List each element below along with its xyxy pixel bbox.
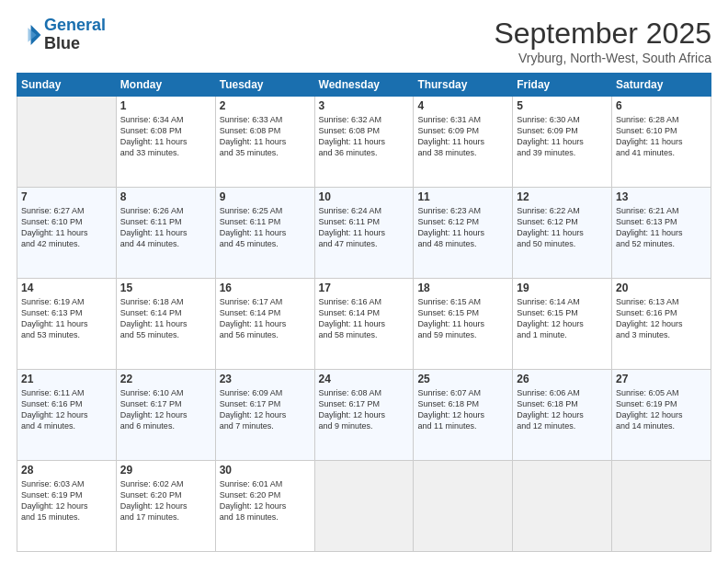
weekday-header-row: SundayMondayTuesdayWednesdayThursdayFrid… <box>17 74 711 97</box>
calendar-cell: 18Sunrise: 6:15 AM Sunset: 6:15 PM Dayli… <box>414 279 513 370</box>
calendar-cell: 27Sunrise: 6:05 AM Sunset: 6:19 PM Dayli… <box>612 370 711 461</box>
calendar-cell: 13Sunrise: 6:21 AM Sunset: 6:13 PM Dayli… <box>612 188 711 279</box>
calendar-cell: 22Sunrise: 6:10 AM Sunset: 6:17 PM Dayli… <box>116 370 215 461</box>
day-number: 25 <box>417 373 508 385</box>
day-info: Sunrise: 6:34 AM Sunset: 6:08 PM Dayligh… <box>120 114 211 159</box>
day-info: Sunrise: 6:11 AM Sunset: 6:16 PM Dayligh… <box>21 387 112 432</box>
weekday-header-wednesday: Wednesday <box>314 74 414 97</box>
day-number: 2 <box>220 99 311 112</box>
calendar-cell <box>314 461 414 552</box>
calendar-cell: 24Sunrise: 6:08 AM Sunset: 6:17 PM Dayli… <box>314 370 414 461</box>
day-number: 24 <box>319 373 410 385</box>
day-number: 21 <box>21 373 112 385</box>
day-number: 29 <box>120 464 211 477</box>
day-info: Sunrise: 6:18 AM Sunset: 6:14 PM Dayligh… <box>120 296 211 341</box>
day-number: 19 <box>517 282 608 294</box>
header: General Blue September 2025 Vryburg, Nor… <box>17 17 711 65</box>
day-number: 13 <box>616 190 707 203</box>
calendar-cell: 4Sunrise: 6:31 AM Sunset: 6:09 PM Daylig… <box>414 97 513 188</box>
day-number: 14 <box>21 282 112 294</box>
day-info: Sunrise: 6:08 AM Sunset: 6:17 PM Dayligh… <box>319 387 410 432</box>
day-number: 15 <box>120 282 211 294</box>
day-number: 4 <box>417 99 508 112</box>
day-info: Sunrise: 6:13 AM Sunset: 6:16 PM Dayligh… <box>616 296 707 341</box>
day-number: 17 <box>319 282 410 294</box>
day-info: Sunrise: 6:05 AM Sunset: 6:19 PM Dayligh… <box>616 387 707 432</box>
day-number: 20 <box>616 282 707 294</box>
day-number: 10 <box>319 190 410 203</box>
day-number: 28 <box>21 464 112 477</box>
calendar-cell <box>612 461 711 552</box>
day-info: Sunrise: 6:14 AM Sunset: 6:15 PM Dayligh… <box>517 296 608 341</box>
day-info: Sunrise: 6:03 AM Sunset: 6:19 PM Dayligh… <box>21 478 112 523</box>
week-row-1: 1Sunrise: 6:34 AM Sunset: 6:08 PM Daylig… <box>17 97 711 188</box>
day-info: Sunrise: 6:19 AM Sunset: 6:13 PM Dayligh… <box>21 296 112 341</box>
day-info: Sunrise: 6:23 AM Sunset: 6:12 PM Dayligh… <box>417 205 508 250</box>
day-number: 23 <box>220 373 311 385</box>
week-row-2: 7Sunrise: 6:27 AM Sunset: 6:10 PM Daylig… <box>17 188 711 279</box>
day-info: Sunrise: 6:16 AM Sunset: 6:14 PM Dayligh… <box>319 296 410 341</box>
calendar-cell: 10Sunrise: 6:24 AM Sunset: 6:11 PM Dayli… <box>314 188 414 279</box>
day-info: Sunrise: 6:32 AM Sunset: 6:08 PM Dayligh… <box>319 114 410 159</box>
day-info: Sunrise: 6:06 AM Sunset: 6:18 PM Dayligh… <box>517 387 608 432</box>
day-info: Sunrise: 6:01 AM Sunset: 6:20 PM Dayligh… <box>220 478 311 523</box>
calendar-cell: 30Sunrise: 6:01 AM Sunset: 6:20 PM Dayli… <box>215 461 314 552</box>
day-number: 27 <box>616 373 707 385</box>
calendar-cell: 25Sunrise: 6:07 AM Sunset: 6:18 PM Dayli… <box>414 370 513 461</box>
calendar-table: SundayMondayTuesdayWednesdayThursdayFrid… <box>17 73 711 552</box>
logo: General Blue <box>17 17 106 53</box>
calendar-cell: 20Sunrise: 6:13 AM Sunset: 6:16 PM Dayli… <box>612 279 711 370</box>
calendar-cell: 17Sunrise: 6:16 AM Sunset: 6:14 PM Dayli… <box>314 279 414 370</box>
logo-text: General Blue <box>44 17 106 53</box>
day-info: Sunrise: 6:28 AM Sunset: 6:10 PM Dayligh… <box>616 114 707 159</box>
day-number: 12 <box>517 190 608 203</box>
day-info: Sunrise: 6:09 AM Sunset: 6:17 PM Dayligh… <box>220 387 311 432</box>
day-info: Sunrise: 6:33 AM Sunset: 6:08 PM Dayligh… <box>220 114 311 159</box>
day-number: 6 <box>616 99 707 112</box>
day-number: 26 <box>517 373 608 385</box>
day-info: Sunrise: 6:10 AM Sunset: 6:17 PM Dayligh… <box>120 387 211 432</box>
day-info: Sunrise: 6:30 AM Sunset: 6:09 PM Dayligh… <box>517 114 608 159</box>
day-info: Sunrise: 6:24 AM Sunset: 6:11 PM Dayligh… <box>319 205 410 250</box>
day-number: 18 <box>417 282 508 294</box>
calendar-cell: 6Sunrise: 6:28 AM Sunset: 6:10 PM Daylig… <box>612 97 711 188</box>
calendar-cell <box>513 461 612 552</box>
day-info: Sunrise: 6:15 AM Sunset: 6:15 PM Dayligh… <box>417 296 508 341</box>
day-number: 5 <box>517 99 608 112</box>
day-info: Sunrise: 6:22 AM Sunset: 6:12 PM Dayligh… <box>517 205 608 250</box>
day-info: Sunrise: 6:07 AM Sunset: 6:18 PM Dayligh… <box>417 387 508 432</box>
calendar-cell: 11Sunrise: 6:23 AM Sunset: 6:12 PM Dayli… <box>414 188 513 279</box>
calendar-cell: 14Sunrise: 6:19 AM Sunset: 6:13 PM Dayli… <box>17 279 117 370</box>
calendar-cell: 5Sunrise: 6:30 AM Sunset: 6:09 PM Daylig… <box>513 97 612 188</box>
calendar-cell: 19Sunrise: 6:14 AM Sunset: 6:15 PM Dayli… <box>513 279 612 370</box>
day-number: 9 <box>220 190 311 203</box>
calendar-cell: 8Sunrise: 6:26 AM Sunset: 6:11 PM Daylig… <box>116 188 215 279</box>
day-number: 1 <box>120 99 211 112</box>
calendar-cell <box>17 97 117 188</box>
calendar-subtitle: Vryburg, North-West, South Africa <box>494 51 711 65</box>
calendar-cell: 15Sunrise: 6:18 AM Sunset: 6:14 PM Dayli… <box>116 279 215 370</box>
title-block: September 2025 Vryburg, North-West, Sout… <box>494 17 711 65</box>
calendar-cell: 12Sunrise: 6:22 AM Sunset: 6:12 PM Dayli… <box>513 188 612 279</box>
calendar-cell: 29Sunrise: 6:02 AM Sunset: 6:20 PM Dayli… <box>116 461 215 552</box>
week-row-4: 21Sunrise: 6:11 AM Sunset: 6:16 PM Dayli… <box>17 370 711 461</box>
weekday-header-friday: Friday <box>513 74 612 97</box>
day-info: Sunrise: 6:31 AM Sunset: 6:09 PM Dayligh… <box>417 114 508 159</box>
day-info: Sunrise: 6:02 AM Sunset: 6:20 PM Dayligh… <box>120 478 211 523</box>
day-info: Sunrise: 6:25 AM Sunset: 6:11 PM Dayligh… <box>220 205 311 250</box>
day-number: 11 <box>417 190 508 203</box>
weekday-header-monday: Monday <box>116 74 215 97</box>
week-row-5: 28Sunrise: 6:03 AM Sunset: 6:19 PM Dayli… <box>17 461 711 552</box>
day-number: 8 <box>120 190 211 203</box>
day-number: 22 <box>120 373 211 385</box>
week-row-3: 14Sunrise: 6:19 AM Sunset: 6:13 PM Dayli… <box>17 279 711 370</box>
calendar-cell: 16Sunrise: 6:17 AM Sunset: 6:14 PM Dayli… <box>215 279 314 370</box>
calendar-title: September 2025 <box>494 17 711 51</box>
day-info: Sunrise: 6:17 AM Sunset: 6:14 PM Dayligh… <box>220 296 311 341</box>
calendar-cell: 9Sunrise: 6:25 AM Sunset: 6:11 PM Daylig… <box>215 188 314 279</box>
calendar-cell: 7Sunrise: 6:27 AM Sunset: 6:10 PM Daylig… <box>17 188 117 279</box>
day-number: 16 <box>220 282 311 294</box>
calendar-cell: 2Sunrise: 6:33 AM Sunset: 6:08 PM Daylig… <box>215 97 314 188</box>
weekday-header-thursday: Thursday <box>414 74 513 97</box>
calendar-cell <box>414 461 513 552</box>
